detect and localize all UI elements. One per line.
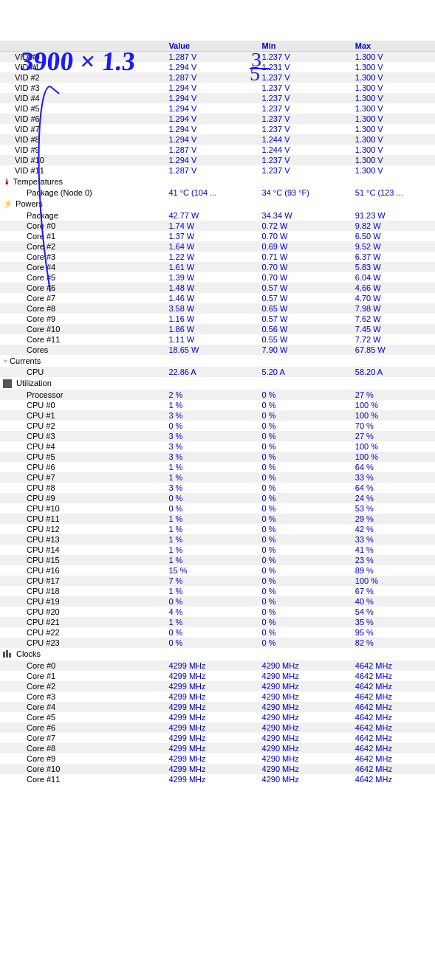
row-max: 27 % xyxy=(352,431,435,441)
row-min: 0.72 W xyxy=(259,221,352,231)
table-row: VID #0 1.287 V 1.237 V 1.300 V xyxy=(0,52,435,63)
row-value: 2 % xyxy=(165,390,258,400)
table-row: VID #6 1.294 V 1.237 V 1.300 V xyxy=(0,114,435,124)
row-min: 0 % xyxy=(259,617,352,627)
table-row: CPU #19 0 % 0 % 40 % xyxy=(0,596,435,607)
row-min: 4290 MHz xyxy=(259,702,352,712)
row-label: Package xyxy=(0,210,165,221)
row-label: Core #4 xyxy=(0,702,165,712)
row-max: 89 % xyxy=(352,565,435,576)
row-min: 0 % xyxy=(259,514,352,524)
row-max: 4642 MHz xyxy=(352,712,435,722)
row-label: Core #0 xyxy=(0,660,165,671)
row-min: 0.70 W xyxy=(259,231,352,241)
row-max: 4.66 W xyxy=(352,283,435,293)
table-row: CPU #22 0 % 0 % 95 % xyxy=(0,627,435,638)
row-label: CPU #12 xyxy=(0,524,165,534)
row-value: 1.287 V xyxy=(165,145,258,155)
row-label: Core #11 xyxy=(0,774,165,784)
table-row: CPU #16 15 % 0 % 89 % xyxy=(0,565,435,576)
row-label: CPU #19 xyxy=(0,596,165,607)
row-value: 42.77 W xyxy=(165,210,258,221)
table-row: VID #8 1.294 V 1.244 V 1.300 V xyxy=(0,134,435,145)
row-value: 1.86 W xyxy=(165,324,258,334)
col-label-header xyxy=(0,41,165,52)
row-max: 9.52 W xyxy=(352,241,435,252)
row-min: 0 % xyxy=(259,503,352,514)
row-label: Core #2 xyxy=(0,241,165,252)
table-row: CPU #21 1 % 0 % 35 % xyxy=(0,617,435,627)
row-value: 4299 MHz xyxy=(165,702,258,712)
row-value: 41 °C (104 ... xyxy=(165,187,258,198)
row-max: 1.300 V xyxy=(352,124,435,134)
table-row: Core #4 4299 MHz 4290 MHz 4642 MHz xyxy=(0,702,435,712)
row-max: 70 % xyxy=(352,421,435,431)
row-min: 1.231 V xyxy=(259,62,352,72)
row-value: 1.48 W xyxy=(165,283,258,293)
row-max: 42 % xyxy=(352,524,435,534)
row-label: Core #4 xyxy=(0,262,165,272)
table-row: CPU #20 4 % 0 % 54 % xyxy=(0,607,435,617)
row-value: 1 % xyxy=(165,472,258,483)
row-label: CPU #16 xyxy=(0,565,165,576)
row-min: 0 % xyxy=(259,607,352,617)
row-min: 0 % xyxy=(259,524,352,534)
row-min: 34.34 W xyxy=(259,210,352,221)
table-row: Package (Node 0) 41 °C (104 ... 34 °C (9… xyxy=(0,187,435,198)
row-value: 22.86 A xyxy=(165,367,258,377)
table-row: VID #5 1.294 V 1.237 V 1.300 V xyxy=(0,103,435,114)
row-value: 1.294 V xyxy=(165,103,258,114)
row-min: 1.237 V xyxy=(259,114,352,124)
row-max: 4642 MHz xyxy=(352,691,435,702)
row-max: 23 % xyxy=(352,555,435,565)
row-value: 1.287 V xyxy=(165,165,258,176)
row-value: 3 % xyxy=(165,431,258,441)
row-label: Core #9 xyxy=(0,314,165,324)
row-value: 1 % xyxy=(165,555,258,565)
row-min: 5.20 A xyxy=(259,367,352,377)
row-min: 4290 MHz xyxy=(259,733,352,743)
row-label: VID #1 xyxy=(0,62,165,72)
row-value: 3 % xyxy=(165,410,258,421)
section-label: ⚡ Powers xyxy=(0,198,435,210)
row-min: 0 % xyxy=(259,565,352,576)
row-label: Core #10 xyxy=(0,324,165,334)
table-row: CPU #7 1 % 0 % 33 % xyxy=(0,472,435,483)
row-label: VID #5 xyxy=(0,103,165,114)
row-value: 1.287 V xyxy=(165,72,258,83)
row-min: 0 % xyxy=(259,596,352,607)
table-row: Core #9 1.16 W 0.57 W 7.62 W xyxy=(0,314,435,324)
row-min: 1.237 V xyxy=(259,165,352,176)
table-row: CPU #2 0 % 0 % 70 % xyxy=(0,421,435,431)
row-value: 1.294 V xyxy=(165,114,258,124)
table-row: Core #7 4299 MHz 4290 MHz 4642 MHz xyxy=(0,733,435,743)
table-row: VID #7 1.294 V 1.237 V 1.300 V xyxy=(0,124,435,134)
table-row: Core #8 3.58 W 0.65 W 7.98 W xyxy=(0,303,435,314)
table-row: Core #1 4299 MHz 4290 MHz 4642 MHz xyxy=(0,671,435,681)
table-row: VID #2 1.287 V 1.237 V 1.300 V xyxy=(0,72,435,83)
row-label: Core #8 xyxy=(0,743,165,753)
row-max: 100 % xyxy=(352,452,435,462)
row-value: 4299 MHz xyxy=(165,681,258,691)
hardware-monitor-table: Value Min Max VID #0 1.287 V 1.237 V 1.3… xyxy=(0,41,435,784)
table-row: CPU #6 1 % 0 % 64 % xyxy=(0,462,435,472)
row-min: 1.237 V xyxy=(259,52,352,63)
row-min: 0 % xyxy=(259,586,352,596)
row-value: 4299 MHz xyxy=(165,660,258,671)
section-label: 🌡 Temperatures xyxy=(0,176,435,187)
row-value: 0 % xyxy=(165,596,258,607)
row-value: 0 % xyxy=(165,503,258,514)
row-label: Core #0 xyxy=(0,221,165,231)
row-min: 1.237 V xyxy=(259,83,352,93)
row-max: 4642 MHz xyxy=(352,774,435,784)
row-min: 0 % xyxy=(259,472,352,483)
row-value: 4299 MHz xyxy=(165,722,258,733)
row-min: 7.90 W xyxy=(259,345,352,355)
row-min: 0 % xyxy=(259,400,352,410)
row-value: 1.39 W xyxy=(165,272,258,283)
table-row: CPU #4 3 % 0 % 100 % xyxy=(0,441,435,452)
row-value: 1 % xyxy=(165,545,258,555)
row-min: 4290 MHz xyxy=(259,691,352,702)
row-value: 1.294 V xyxy=(165,124,258,134)
table-row: Processor 2 % 0 % 27 % xyxy=(0,390,435,400)
